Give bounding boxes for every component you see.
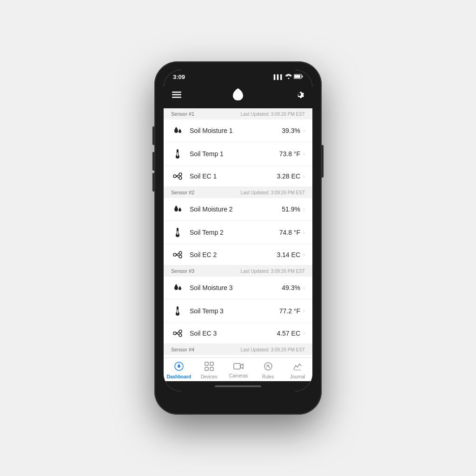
sensor-reading-name: Soil Moisture 1 <box>190 127 282 134</box>
sensor-group-name: Sensor #2 <box>171 190 194 195</box>
sensor-last-updated: Last Updated: 3:09:26 PM EST <box>241 347 305 352</box>
chevron-right-icon: › <box>303 127 305 134</box>
sensor-reading-value: 3.28 EC <box>277 172 300 180</box>
menu-button[interactable] <box>172 91 181 100</box>
thermometer-icon <box>171 306 184 316</box>
thermometer-icon <box>171 227 184 238</box>
sensor-group-header: Sensor #1 Last Updated: 3:09:26 PM EST <box>164 108 312 119</box>
phone-device: 3:09 ▌▌▌ <box>154 61 322 415</box>
wifi-icon <box>285 74 292 80</box>
sensor-group-header: Sensor #2 Last Updated: 3:09:26 PM EST <box>164 187 312 198</box>
sensor-row[interactable]: Soil Moisture 2 51.9% › <box>164 198 312 221</box>
svg-line-21 <box>176 255 179 256</box>
svg-line-13 <box>176 176 179 178</box>
sensor-reading-value: 73.8 °F <box>279 150 300 158</box>
drops-icon <box>171 126 184 135</box>
tab-devices[interactable]: Devices <box>198 362 221 379</box>
chevron-right-icon: › <box>303 229 305 236</box>
svg-rect-5 <box>172 97 181 98</box>
sensor-reading-value: 49.3% <box>282 284 300 291</box>
sensor-row[interactable]: Soil EC 3 4.57 EC › <box>164 323 312 344</box>
sensor-group-name: Sensor #3 <box>171 268 194 274</box>
sensor-row[interactable]: Soil Temp 2 74.8 °F › <box>164 221 312 245</box>
drops-icon <box>171 283 184 292</box>
sensor-reading-name: Soil EC 1 <box>190 172 277 180</box>
svg-rect-16 <box>177 231 178 235</box>
svg-rect-2 <box>294 75 300 78</box>
chevron-right-icon: › <box>303 284 305 291</box>
svg-rect-36 <box>210 367 213 370</box>
svg-point-9 <box>173 175 176 178</box>
status-time: 3:09 <box>173 73 185 80</box>
sensor-reading-name: Soil Temp 2 <box>190 229 279 236</box>
sensor-row[interactable]: Soil EC 2 3.14 EC › <box>164 245 312 265</box>
svg-line-28 <box>176 332 179 333</box>
svg-rect-33 <box>205 362 208 365</box>
chevron-right-icon: › <box>303 206 305 212</box>
journal-icon <box>293 362 302 373</box>
sensor-row[interactable]: Soil Temp 3 77.2 °F › <box>164 299 312 323</box>
sensor-reading-name: Soil EC 2 <box>190 251 277 258</box>
svg-line-29 <box>176 333 179 335</box>
tab-cameras[interactable]: Cameras <box>227 363 250 378</box>
ec-icon <box>171 330 184 337</box>
content-area: Sensor #1 Last Updated: 3:09:26 PM EST S… <box>164 108 312 357</box>
svg-point-18 <box>179 251 182 254</box>
svg-rect-8 <box>177 152 178 156</box>
dashboard-icon <box>174 362 184 373</box>
svg-point-11 <box>179 177 182 179</box>
phone-screen: 3:09 ▌▌▌ <box>164 70 312 391</box>
svg-line-12 <box>176 175 179 176</box>
sensor-reading-name: Soil Moisture 2 <box>190 205 282 213</box>
sensor-group-name: Sensor #4 <box>171 347 194 352</box>
tab-rules-label: Rules <box>262 374 274 379</box>
svg-line-20 <box>176 253 179 255</box>
svg-point-26 <box>179 330 182 333</box>
sensor-row[interactable]: Soil Moisture 1 39.3% › <box>164 119 312 142</box>
sensor-reading-value: 39.3% <box>282 127 300 134</box>
sensor-reading-name: Soil Moisture 3 <box>190 284 282 291</box>
sensor-last-updated: Last Updated: 3:09:26 PM EST <box>241 112 305 117</box>
home-bar <box>215 385 261 387</box>
sensor-row[interactable]: Soil Temp 1 73.8 °F › <box>164 142 312 166</box>
svg-rect-24 <box>177 310 178 313</box>
sensor-row[interactable]: Soil Moisture 3 49.3% › <box>164 277 312 299</box>
sensor-row[interactable]: Soil EC 1 3.28 EC › <box>164 166 312 187</box>
cameras-icon <box>233 363 244 372</box>
ec-icon <box>171 251 184 258</box>
tab-rules[interactable]: Rules <box>257 362 280 379</box>
rules-icon <box>264 362 273 373</box>
sensor-reading-value: 77.2 °F <box>279 307 300 315</box>
sensor-reading-value: 74.8 °F <box>279 229 300 236</box>
status-icons: ▌▌▌ <box>274 74 303 80</box>
svg-point-17 <box>173 253 176 256</box>
svg-point-19 <box>179 255 182 258</box>
svg-point-25 <box>173 332 176 335</box>
sensor-reading-name: Soil Temp 3 <box>190 307 279 315</box>
svg-rect-34 <box>210 362 213 365</box>
home-indicator <box>164 381 312 391</box>
sensor-group-header: Sensor #4 Last Updated: 3:09:26 PM EST <box>164 344 312 355</box>
sensor-reading-value: 51.9% <box>282 205 300 213</box>
sensor-group-header: Sensor #3 Last Updated: 3:09:26 PM EST <box>164 265 312 277</box>
signal-icon: ▌▌▌ <box>274 74 284 79</box>
svg-point-10 <box>179 173 182 176</box>
top-nav <box>164 83 312 108</box>
svg-point-27 <box>179 334 182 337</box>
tab-dashboard[interactable]: Dashboard <box>167 362 191 379</box>
chevron-right-icon: › <box>303 251 305 258</box>
svg-rect-1 <box>302 76 303 78</box>
sensor-last-updated: Last Updated: 3:09:26 PM EST <box>241 269 305 274</box>
tab-dashboard-label: Dashboard <box>167 374 191 379</box>
sensor-reading-name: Soil Temp 1 <box>190 150 279 158</box>
sensor-reading-value: 3.14 EC <box>277 251 300 258</box>
chevron-right-icon: › <box>303 330 305 337</box>
svg-rect-37 <box>234 364 240 369</box>
sensor-reading-name: Soil EC 3 <box>190 330 277 337</box>
chevron-right-icon: › <box>303 308 305 314</box>
tab-journal[interactable]: Journal <box>286 362 309 379</box>
thermometer-icon <box>171 149 184 159</box>
chevron-right-icon: › <box>303 173 305 179</box>
tab-bar: Dashboard Devices <box>164 357 312 381</box>
settings-button[interactable] <box>295 90 304 101</box>
